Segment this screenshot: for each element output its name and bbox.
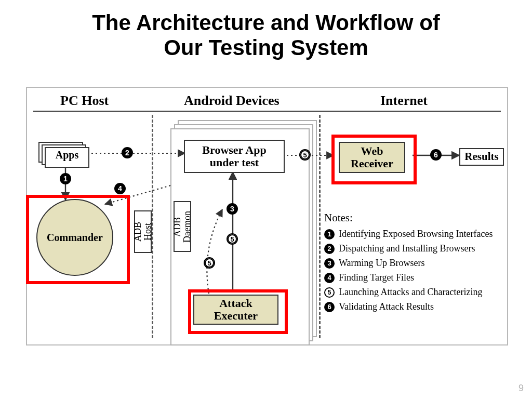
separator-android-internet	[319, 115, 321, 338]
apps-icon: Apps	[38, 142, 89, 169]
slide-title: The Architecture and Workflow of Our Tes…	[0, 10, 532, 61]
region-pc-host: PC Host	[60, 93, 109, 109]
adb-host: ADB Host	[134, 210, 152, 253]
badge-step-2: 2	[122, 147, 133, 158]
commander-label: Commander	[47, 232, 103, 244]
browser-app-under-test: Browser App under test	[184, 140, 285, 173]
badge-step-4: 4	[114, 183, 126, 194]
note-5: 5Launching Attacks and Characterizing	[324, 287, 501, 298]
badge-step-5a: 5	[227, 233, 238, 245]
attack-executer: Attack Executer	[193, 295, 278, 325]
title-line-1: The Architecture and Workflow of	[92, 10, 440, 35]
apps-label: Apps	[46, 149, 88, 161]
adb-daemon: ADB Daemon	[174, 201, 191, 252]
adb-daemon-label: ADB Daemon	[172, 211, 192, 243]
commander: Commander	[36, 199, 113, 276]
page-number: 9	[518, 383, 524, 394]
region-underline	[33, 111, 501, 112]
architecture-diagram: PC Host Android Devices Internet	[26, 87, 508, 345]
note-2: 2Dispatching and Installing Browsers	[324, 243, 501, 254]
attack-label: Attack Executer	[214, 297, 258, 322]
results-label: Results	[464, 151, 498, 163]
web-receiver-label: Web Receiver	[351, 145, 393, 170]
region-internet: Internet	[380, 93, 428, 109]
note-1: 1Identifying Exposed Browsing Interfaces	[324, 229, 501, 240]
note-3: 3Warming Up Browsers	[324, 258, 501, 269]
badge-step-6: 6	[430, 149, 442, 161]
badge-step-5c: 5	[299, 149, 311, 161]
region-android-devices: Android Devices	[184, 93, 280, 109]
badge-step-5b: 5	[204, 257, 215, 269]
badge-step-3: 3	[227, 203, 238, 215]
adb-host-label: ADB Host	[133, 222, 153, 242]
badge-step-1: 1	[60, 173, 71, 184]
title-line-2: Our Testing System	[164, 35, 368, 60]
web-receiver: Web Receiver	[339, 142, 405, 173]
notes-section: Notes: 1Identifying Exposed Browsing Int…	[324, 211, 501, 316]
results: Results	[459, 148, 504, 166]
notes-heading: Notes:	[324, 211, 501, 224]
browser-label: Browser App under test	[202, 144, 266, 169]
note-4: 4Finding Target Files	[324, 272, 501, 283]
slide: The Architecture and Workflow of Our Tes…	[0, 0, 532, 399]
note-6: 6Validating Attack Results	[324, 301, 501, 312]
